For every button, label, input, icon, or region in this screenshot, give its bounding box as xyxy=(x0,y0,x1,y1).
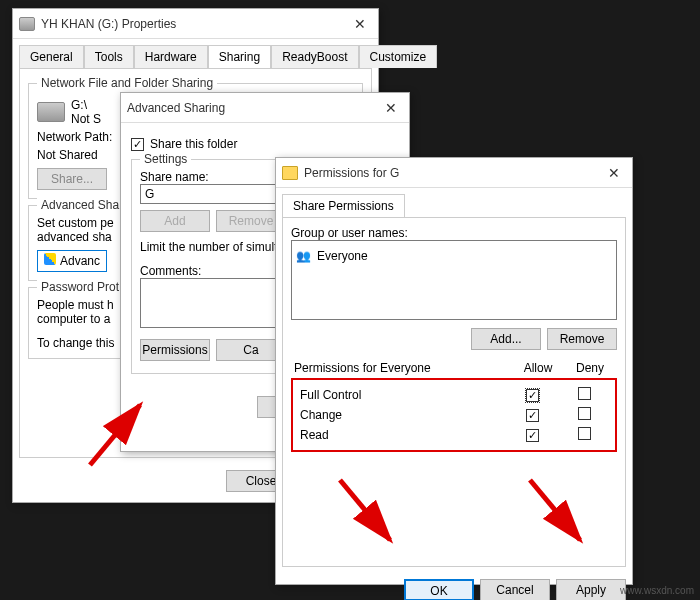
permissions-dialog: Permissions for G ✕ Share Permissions Gr… xyxy=(275,157,633,585)
close-icon[interactable]: ✕ xyxy=(602,165,626,181)
add-button[interactable]: Add... xyxy=(471,328,541,350)
group-legend: Settings xyxy=(140,152,191,166)
group-legend: Advanced Sha xyxy=(37,198,123,212)
deny-checkbox[interactable] xyxy=(578,407,591,420)
ok-button[interactable]: OK xyxy=(404,579,474,600)
user-name: Everyone xyxy=(317,249,368,263)
allow-header: Allow xyxy=(513,360,563,376)
close-icon[interactable]: ✕ xyxy=(379,100,403,116)
tab-customize[interactable]: Customize xyxy=(359,45,438,68)
user-list[interactable]: 👥 Everyone xyxy=(291,240,617,320)
users-icon: 👥 xyxy=(296,249,311,263)
network-path-label: Network Path: xyxy=(37,130,112,144)
window-title: Permissions for G xyxy=(304,166,602,180)
allow-checkbox[interactable] xyxy=(526,389,539,402)
deny-header: Deny xyxy=(565,360,615,376)
titlebar: Permissions for G ✕ xyxy=(276,158,632,188)
permissions-table: Permissions for Everyone Allow Deny xyxy=(291,358,617,378)
perm-name: Change xyxy=(299,406,505,424)
allow-checkbox[interactable] xyxy=(526,429,539,442)
tab-general[interactable]: General xyxy=(19,45,84,68)
tab-share-permissions[interactable]: Share Permissions xyxy=(282,194,405,217)
cancel-button[interactable]: Cancel xyxy=(480,579,550,600)
list-item[interactable]: 👥 Everyone xyxy=(296,249,612,263)
dialog-footer: OK Cancel Apply xyxy=(276,573,632,600)
group-legend: Password Prot xyxy=(37,280,123,294)
add-button[interactable]: Add xyxy=(140,210,210,232)
permissions-button[interactable]: Permissions xyxy=(140,339,210,361)
allow-checkbox[interactable] xyxy=(526,409,539,422)
share-folder-label: Share this folder xyxy=(150,137,237,151)
table-row: Change xyxy=(299,406,609,424)
window-title: YH KHAN (G:) Properties xyxy=(41,17,348,31)
watermark: www.wsxdn.com xyxy=(620,585,694,596)
table-row: Read xyxy=(299,426,609,444)
tabs: Share Permissions xyxy=(276,188,632,217)
tab-panel: Group or user names: 👥 Everyone Add... R… xyxy=(282,217,626,567)
perm-name: Read xyxy=(299,426,505,444)
group-user-label: Group or user names: xyxy=(291,226,617,240)
shield-icon xyxy=(44,253,56,265)
perms-for-label: Permissions for Everyone xyxy=(293,360,511,376)
checkbox-icon xyxy=(131,138,144,151)
window-title: Advanced Sharing xyxy=(127,101,379,115)
tab-sharing[interactable]: Sharing xyxy=(208,45,271,68)
group-legend: Network File and Folder Sharing xyxy=(37,76,217,90)
folder-icon xyxy=(282,166,298,180)
table-row: Full Control xyxy=(299,386,609,404)
tab-hardware[interactable]: Hardware xyxy=(134,45,208,68)
drive-icon xyxy=(19,17,35,31)
perm-name: Full Control xyxy=(299,386,505,404)
titlebar: Advanced Sharing ✕ xyxy=(121,93,409,123)
share-status: Not S xyxy=(71,112,101,126)
titlebar: YH KHAN (G:) Properties ✕ xyxy=(13,9,378,39)
drive-path: G:\ xyxy=(71,98,101,112)
apply-button[interactable]: Apply xyxy=(556,579,626,600)
remove-button[interactable]: Remove xyxy=(547,328,617,350)
close-icon[interactable]: ✕ xyxy=(348,16,372,32)
permissions-highlight-box: Full Control Change Read xyxy=(291,378,617,452)
tabs: General Tools Hardware Sharing ReadyBoos… xyxy=(13,39,378,68)
share-button[interactable]: Share... xyxy=(37,168,107,190)
deny-checkbox[interactable] xyxy=(578,387,591,400)
tab-tools[interactable]: Tools xyxy=(84,45,134,68)
drive-icon xyxy=(37,102,65,122)
deny-checkbox[interactable] xyxy=(578,427,591,440)
tab-readyboost[interactable]: ReadyBoost xyxy=(271,45,358,68)
advanced-sharing-button[interactable]: Advanc xyxy=(37,250,107,272)
share-folder-checkbox[interactable]: Share this folder xyxy=(131,137,399,151)
